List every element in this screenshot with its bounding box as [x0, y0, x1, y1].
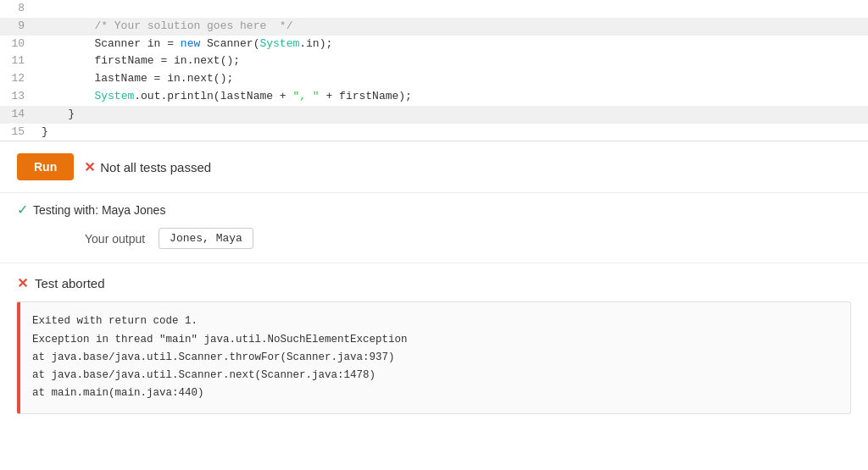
error-line-5: at main.main(main.java:440): [32, 384, 838, 402]
line-content: System.out.println(lastName + ", " + fir…: [38, 88, 868, 106]
aborted-label: Test aborted: [35, 276, 105, 290]
line-number: 9: [0, 18, 38, 36]
run-status-text: Not all tests passed: [100, 160, 211, 174]
test-pass-section: ✓ Testing with: Maya Jones Your output J…: [0, 193, 868, 263]
line-number: 10: [0, 36, 38, 53]
line-content: firstName = in.next();: [38, 53, 868, 70]
code-line-13: 13 System.out.println(lastName + ", " + …: [0, 88, 868, 106]
line-content: /* Your solution goes here */: [38, 18, 868, 36]
line-content: Scanner in = new Scanner(System.in);: [38, 36, 868, 53]
error-box: Exited with return code 1. Exception in …: [17, 301, 851, 413]
test-aborted-section: ✕ Test aborted Exited with return code 1…: [0, 263, 868, 425]
code-line-11: 11 firstName = in.next();: [0, 53, 868, 70]
code-editor[interactable]: 8 9 /* Your solution goes here */ 10 Sca…: [0, 0, 868, 141]
output-label: Your output: [85, 232, 145, 246]
check-icon: ✓: [17, 202, 28, 218]
line-number: 11: [0, 53, 38, 70]
run-status: ✕ Not all tests passed: [84, 159, 211, 175]
code-line-10: 10 Scanner in = new Scanner(System.in);: [0, 36, 868, 53]
line-number: 12: [0, 70, 38, 88]
error-line-2: Exception in thread "main" java.util.NoS…: [32, 331, 838, 349]
line-number: 14: [0, 106, 38, 124]
error-line-4: at java.base/java.util.Scanner.next(Scan…: [32, 367, 838, 384]
aborted-header: ✕ Test aborted: [17, 275, 851, 291]
code-line-12: 12 lastName = in.next();: [0, 70, 868, 88]
run-bar: Run ✕ Not all tests passed: [0, 141, 868, 193]
line-content: }: [38, 106, 868, 124]
line-number: 8: [0, 0, 38, 18]
run-button[interactable]: Run: [17, 153, 74, 180]
test-pass-label: Testing with: Maya Jones: [33, 203, 165, 217]
code-line-9: 9 /* Your solution goes here */: [0, 18, 868, 36]
test-pass-row: ✓ Testing with: Maya Jones: [17, 202, 851, 218]
output-row: Your output Jones, Maya: [17, 228, 851, 249]
line-number: 15: [0, 124, 38, 141]
code-line-15: 15 }: [0, 124, 868, 141]
line-content: lastName = in.next();: [38, 70, 868, 88]
output-value: Jones, Maya: [159, 228, 253, 249]
line-number: 13: [0, 88, 38, 106]
error-line-3: at java.base/java.util.Scanner.throwFor(…: [32, 349, 838, 367]
x-icon: ✕: [84, 159, 95, 175]
line-content: }: [38, 124, 868, 141]
error-line-1: Exited with return code 1.: [32, 312, 838, 330]
code-line-14: 14 }: [0, 106, 868, 124]
code-line-8: 8: [0, 0, 868, 18]
x-icon-aborted: ✕: [17, 275, 28, 291]
